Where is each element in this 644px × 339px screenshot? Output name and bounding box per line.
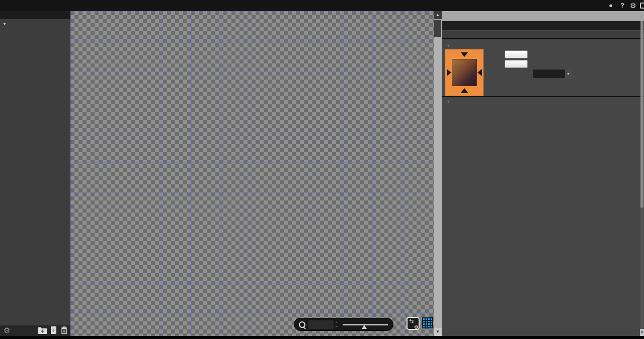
top-toolbar: ● ? ⚙ xyxy=(0,0,644,11)
zoom-value[interactable] xyxy=(308,320,334,329)
tile-type-label xyxy=(442,31,644,39)
sidebar-footer: ⚙ xyxy=(0,325,70,336)
tile-properties-panel: ▼ ▼ ▼ ▼ xyxy=(442,11,644,336)
scroll-up-button[interactable]: ▲ xyxy=(434,11,442,19)
panel-scroll-down-button[interactable]: ▼ xyxy=(640,329,644,336)
wall-left-arrow-icon[interactable] xyxy=(447,69,451,76)
scroll-down-button[interactable]: ▼ xyxy=(434,328,442,336)
tile-group-dropdown[interactable]: ▼ xyxy=(533,70,572,78)
wall-bottom-arrow-icon[interactable] xyxy=(461,88,468,93)
duplicate-tile-icon[interactable] xyxy=(50,326,57,336)
tree-root[interactable]: ▼ xyxy=(0,20,70,28)
wall-tile-preview xyxy=(452,59,476,86)
swap-arrows-icon: ⇆ xyxy=(409,318,414,324)
zoom-stepper[interactable]: +− xyxy=(335,320,339,330)
wall-top-arrow-icon[interactable] xyxy=(461,52,468,57)
chevron-down-icon[interactable]: ▼ xyxy=(3,20,7,28)
delete-trash-icon[interactable] xyxy=(60,326,68,336)
menu-icon[interactable] xyxy=(640,3,644,9)
tile-grid-overlay xyxy=(70,11,434,336)
zoom-control: +− xyxy=(294,318,393,331)
chevron-down-icon: ▼ xyxy=(565,70,572,78)
panel-scrollbar[interactable] xyxy=(640,21,643,336)
wall-detection-header[interactable]: ▼ xyxy=(446,42,453,48)
no-walls-button[interactable] xyxy=(505,60,528,68)
scrollbar-thumb[interactable] xyxy=(434,20,441,37)
window-bottom-edge xyxy=(0,336,644,339)
magnifier-handle xyxy=(303,326,306,329)
settings-gear-icon[interactable]: ⚙ xyxy=(4,326,10,334)
grid-toggle-icon[interactable] xyxy=(422,317,433,328)
add-folder-icon[interactable] xyxy=(37,326,47,336)
wall-detection-widget[interactable] xyxy=(445,49,484,96)
collapse-triangle-icon[interactable]: ▼ xyxy=(446,99,451,104)
sphere-icon[interactable]: ● xyxy=(609,2,613,10)
tileset-settings-icon[interactable]: ⇆ ⚙ xyxy=(407,317,420,330)
mini-gear-icon: ⚙ xyxy=(414,324,419,330)
tiles-list-sidebar: ▼ ⚙ xyxy=(0,11,70,336)
zoom-slider-thumb[interactable] xyxy=(362,325,367,329)
panel-tabs xyxy=(442,11,644,21)
gear-icon[interactable]: ⚙ xyxy=(630,2,636,10)
wall-right-arrow-icon[interactable] xyxy=(477,69,482,76)
tileset-canvas[interactable]: +− ⇆ ⚙ xyxy=(70,11,434,336)
help-icon[interactable]: ? xyxy=(620,2,624,10)
collapse-triangle-icon[interactable]: ▼ xyxy=(446,43,451,48)
panel-scrollbar-thumb[interactable] xyxy=(640,21,643,208)
tile-name-field[interactable] xyxy=(442,21,644,30)
all-walls-button[interactable] xyxy=(505,50,528,58)
divider xyxy=(442,96,644,97)
simple-effects-header[interactable]: ▼ xyxy=(446,98,453,104)
canvas-vertical-scrollbar[interactable]: ▲ ▼ xyxy=(434,11,442,336)
tiles-list-header xyxy=(0,11,70,19)
